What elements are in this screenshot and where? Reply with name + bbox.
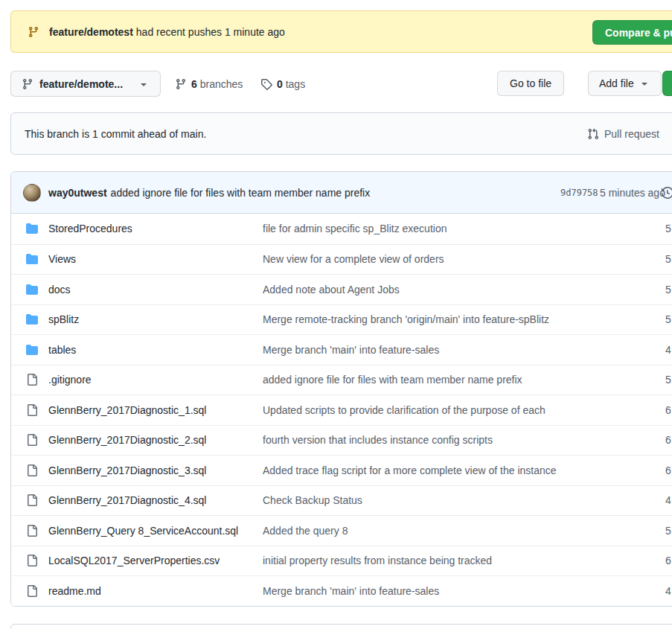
table-row: GlennBerry_2017Diagnostic_4.sql Check Ba… <box>11 485 672 516</box>
add-file-button[interactable]: Add file <box>588 71 662 96</box>
history-icon[interactable] <box>662 187 672 199</box>
file-name-link[interactable]: GlennBerry_2017Diagnostic_1.sql <box>48 404 263 416</box>
commit-message-link[interactable]: Updated scripts to provide clarification… <box>263 404 672 416</box>
file-icon <box>26 374 38 386</box>
commit-time: 5 <box>665 313 671 325</box>
branches-label: branches <box>200 78 243 90</box>
file-icon <box>26 525 38 537</box>
branch-status-text: This branch is 1 commit ahead of main. <box>25 128 206 140</box>
table-row: tables Merge branch 'main' into feature-… <box>11 334 672 365</box>
commit-message-link[interactable]: New view for a complete view of orders <box>263 253 672 265</box>
pull-request-label: Pull request <box>604 128 659 140</box>
chevron-down-icon <box>639 77 650 89</box>
git-branch-icon <box>22 78 33 90</box>
commit-message-link[interactable]: Added trace flag script for a more compl… <box>263 464 672 476</box>
folder-icon <box>26 284 38 296</box>
commit-message-link[interactable]: Merge branch 'main' into feature-sales <box>263 585 672 597</box>
avatar[interactable] <box>23 184 41 202</box>
file-icon <box>26 585 38 597</box>
commit-time: 4 <box>665 585 671 597</box>
pull-request-link[interactable]: Pull request <box>587 128 659 140</box>
commit-message-link[interactable]: Check Backup Status <box>263 494 672 506</box>
recent-push-banner: feature/demotesthad recent pushes 1 minu… <box>10 10 672 53</box>
tag-icon <box>260 78 272 90</box>
commit-time: 5 <box>665 253 671 265</box>
file-name-link[interactable]: GlennBerry_2017Diagnostic_2.sql <box>48 434 263 446</box>
folder-icon <box>26 223 38 234</box>
file-name-link[interactable]: Views <box>48 253 263 265</box>
file-name-link[interactable]: StoredProcedures <box>48 223 263 234</box>
commit-message-link[interactable]: Merge branch 'main' into feature-sales <box>263 344 672 356</box>
commit-time: 6 <box>665 555 671 566</box>
git-pull-request-icon <box>587 128 599 140</box>
file-name-link[interactable]: GlennBerry_Query 8_ServiceAccount.sql <box>48 525 263 537</box>
table-row: spBlitz Merge remote-tracking branch 'or… <box>11 304 672 335</box>
folder-icon <box>26 253 38 265</box>
file-icon <box>26 525 38 537</box>
commit-time: 5 <box>665 525 671 537</box>
file-name-link[interactable]: GlennBerry_2017Diagnostic_4.sql <box>48 494 263 506</box>
tags-label: tags <box>286 78 305 90</box>
git-branch-icon <box>28 26 39 38</box>
repo-toolbar: feature/demote... 6 branches 0 tags Go t… <box>10 71 672 98</box>
table-row: GlennBerry_Query 8_ServiceAccount.sql Ad… <box>11 515 672 546</box>
code-button[interactable] <box>662 71 672 96</box>
folder-icon <box>26 344 38 356</box>
file-icon <box>26 434 38 446</box>
file-name-link[interactable]: spBlitz <box>48 313 263 325</box>
file-name-link[interactable]: .gitignore <box>48 374 263 386</box>
compare-pull-request-button[interactable]: Compare & pull request <box>592 20 672 45</box>
commit-author-link[interactable]: way0utwest <box>48 187 107 199</box>
branch-status-bar: This branch is 1 commit ahead of main. P… <box>10 112 672 155</box>
chevron-down-icon <box>138 78 150 90</box>
commit-message-link[interactable]: initial property results from instance b… <box>263 555 672 566</box>
branches-link[interactable]: 6 branches <box>175 71 243 97</box>
table-row: docs Added note about Agent Jobs 5 <box>11 274 672 304</box>
commit-message-link[interactable]: Added note about Agent Jobs <box>263 284 672 296</box>
folder-icon <box>26 284 38 296</box>
file-name-link[interactable]: GlennBerry_2017Diagnostic_3.sql <box>48 464 263 476</box>
file-table: way0utwest added ignore file for files w… <box>10 171 672 607</box>
file-icon <box>26 404 38 416</box>
file-icon <box>26 555 38 566</box>
folder-icon <box>26 313 38 325</box>
file-icon <box>26 464 38 476</box>
file-name-link[interactable]: readme.md <box>48 585 263 597</box>
commit-message-link[interactable]: added ignore file for files with team me… <box>111 187 371 199</box>
folder-icon <box>26 253 38 265</box>
commit-time: 5 minutes ago <box>600 187 665 199</box>
branches-count: 6 <box>191 78 197 90</box>
commit-time: 5 <box>665 284 671 296</box>
folder-icon <box>26 344 38 356</box>
file-icon <box>26 464 38 476</box>
table-row: StoredProcedures file for admin specific… <box>11 214 672 244</box>
commit-message-link[interactable]: fourth version that includes instance co… <box>263 434 672 446</box>
commit-hash-link[interactable]: 9d79758 <box>560 188 598 198</box>
commit-message-link[interactable]: Added the query 8 <box>263 525 672 537</box>
branch-selector-label: feature/demote... <box>39 78 123 90</box>
tags-link[interactable]: 0 tags <box>260 71 305 97</box>
file-name-link[interactable]: docs <box>48 284 263 296</box>
commit-time: 5 <box>665 223 671 234</box>
commit-header: way0utwest added ignore file for files w… <box>11 172 672 214</box>
table-row: Views New view for a complete view of or… <box>11 244 672 275</box>
push-branch-name: feature/demotest <box>49 26 133 38</box>
push-banner-text: feature/demotesthad recent pushes 1 minu… <box>49 26 285 38</box>
commit-time: 4 <box>665 344 671 356</box>
file-name-link[interactable]: tables <box>48 344 263 356</box>
folder-icon <box>26 313 38 325</box>
table-row: LocalSQL2017_ServerProperties.csv initia… <box>11 546 672 576</box>
git-branch-icon <box>175 78 187 90</box>
table-row: GlennBerry_2017Diagnostic_2.sql fourth v… <box>11 425 672 456</box>
branch-selector[interactable]: feature/demote... <box>10 71 161 97</box>
file-icon <box>26 434 38 446</box>
commit-message-link[interactable]: file for admin specific sp_Blitz executi… <box>263 223 672 234</box>
commit-message-link[interactable]: added ignore file for files with team me… <box>263 374 672 386</box>
readme-section <box>10 624 672 629</box>
file-name-link[interactable]: LocalSQL2017_ServerProperties.csv <box>48 555 263 566</box>
table-row: GlennBerry_2017Diagnostic_1.sql Updated … <box>11 395 672 425</box>
go-to-file-button[interactable]: Go to file <box>497 71 564 96</box>
commit-message-link[interactable]: Merge remote-tracking branch 'origin/mai… <box>263 313 672 325</box>
table-row: GlennBerry_2017Diagnostic_3.sql Added tr… <box>11 455 672 485</box>
push-banner-message: had recent pushes 1 minute ago <box>136 26 285 38</box>
